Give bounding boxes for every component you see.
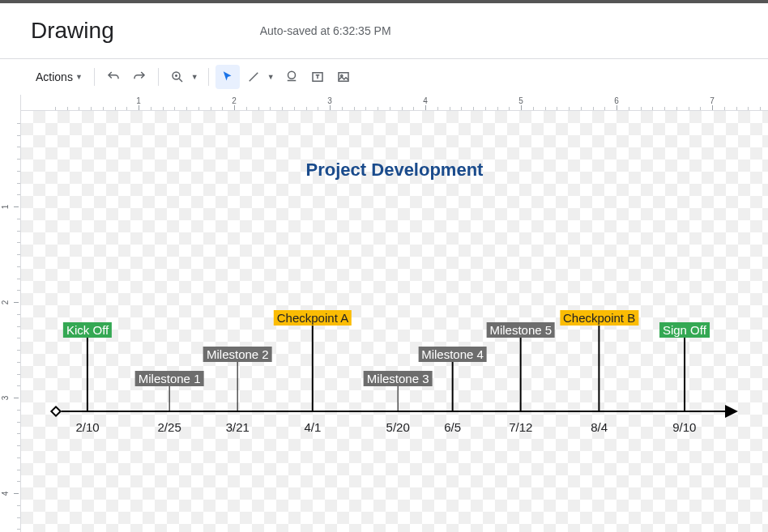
ruler-label: 1 bbox=[136, 96, 141, 105]
ruler-tick-minor bbox=[17, 183, 20, 184]
ruler-label: 7 bbox=[710, 96, 715, 105]
shape-tool[interactable] bbox=[279, 65, 304, 89]
ruler-tick-minor bbox=[17, 135, 20, 136]
undo-button[interactable] bbox=[101, 65, 126, 89]
ruler-tick-minor bbox=[17, 529, 20, 530]
event-label: Milestone 4 bbox=[418, 347, 487, 362]
ruler-tick-minor bbox=[17, 385, 20, 386]
ruler-tick-minor bbox=[17, 410, 20, 411]
ruler-tick-minor bbox=[258, 107, 259, 110]
ruler-tick-minor bbox=[17, 147, 20, 147]
drawing-canvas[interactable]: Project Development Kick Off2/10Mileston… bbox=[21, 111, 768, 532]
timeline-start-marker bbox=[50, 406, 62, 417]
ruler-tick-minor bbox=[689, 107, 689, 110]
timeline-line bbox=[53, 411, 736, 412]
ruler-tick-minor bbox=[664, 107, 665, 110]
ruler-tick-major: 3 bbox=[2, 398, 19, 398]
line-icon bbox=[246, 70, 261, 84]
event-stem bbox=[237, 362, 239, 411]
ruler-tick-minor bbox=[641, 107, 642, 110]
ruler-tick-minor bbox=[186, 107, 187, 110]
event-date: 7/12 bbox=[509, 420, 532, 434]
event-label: Checkpoint B bbox=[560, 310, 638, 326]
event-date: 6/5 bbox=[444, 420, 461, 434]
ruler-tick-minor bbox=[55, 107, 56, 110]
ruler-tick-minor bbox=[17, 445, 20, 446]
image-tool[interactable] bbox=[331, 65, 356, 89]
ruler-tick-minor bbox=[126, 107, 127, 110]
textbox-icon bbox=[310, 70, 325, 84]
ruler-tick-minor bbox=[604, 107, 605, 110]
divider bbox=[94, 68, 95, 86]
ruler-tick-major: 1 bbox=[2, 206, 19, 207]
ruler-tick-minor bbox=[581, 107, 582, 110]
actions-menu[interactable]: Actions ▼ bbox=[31, 67, 87, 87]
timeline-event[interactable]: Milestone 4 bbox=[418, 347, 487, 411]
ruler-tick-minor bbox=[163, 107, 164, 110]
timeline-event[interactable]: Sign Off bbox=[659, 322, 710, 411]
ruler-tick-minor bbox=[222, 107, 223, 110]
ruler-tick-minor bbox=[450, 107, 450, 110]
ruler-tick-minor bbox=[593, 107, 594, 110]
image-icon bbox=[336, 70, 351, 84]
ruler-tick-minor bbox=[17, 505, 20, 506]
ruler-label: 3 bbox=[327, 96, 332, 105]
textbox-tool[interactable] bbox=[305, 65, 330, 89]
ruler-tick-minor bbox=[17, 254, 20, 255]
zoom-dropdown[interactable]: ▼ bbox=[191, 73, 198, 81]
autosave-status: Auto-saved at 6:32:35 PM bbox=[260, 24, 391, 37]
event-stem bbox=[397, 386, 399, 411]
zoom-button[interactable] bbox=[165, 65, 190, 89]
ruler-tick-minor bbox=[461, 107, 462, 110]
event-label: Milestone 5 bbox=[486, 322, 555, 338]
ruler-tick-minor bbox=[17, 266, 20, 267]
ruler-tick-minor bbox=[17, 171, 20, 172]
ruler-tick-minor bbox=[17, 326, 20, 327]
drawing-title[interactable]: Project Development bbox=[306, 160, 484, 181]
zoom-icon bbox=[170, 70, 185, 84]
workspace: 1234 1234567 Project Development Kick Of… bbox=[0, 95, 768, 532]
timeline-event[interactable]: Milestone 2 bbox=[203, 347, 272, 411]
vertical-ruler: 1234 bbox=[0, 95, 21, 532]
event-date: 2/25 bbox=[158, 420, 181, 434]
ruler-tick-minor bbox=[365, 107, 366, 110]
ruler-tick-minor bbox=[294, 107, 295, 110]
ruler-tick-minor bbox=[17, 279, 20, 279]
svg-line-1 bbox=[179, 79, 182, 82]
timeline-event[interactable]: Milestone 1 bbox=[135, 371, 204, 411]
ruler-tick-minor bbox=[378, 107, 378, 110]
ruler-label: 5 bbox=[518, 96, 523, 105]
event-label: Kick Off bbox=[63, 322, 112, 338]
ruler-label: 2 bbox=[232, 96, 237, 105]
event-stem bbox=[312, 326, 314, 411]
event-label: Milestone 1 bbox=[135, 371, 204, 386]
ruler-tick-minor bbox=[748, 107, 749, 110]
timeline-event[interactable]: Checkpoint A bbox=[274, 310, 352, 411]
ruler-tick-minor bbox=[17, 159, 20, 160]
event-label: Sign Off bbox=[659, 322, 710, 338]
ruler-tick-minor bbox=[652, 107, 653, 110]
ruler-tick-minor bbox=[17, 242, 20, 243]
ruler-tick-minor bbox=[736, 107, 737, 110]
redo-button[interactable] bbox=[127, 65, 151, 89]
timeline[interactable]: Kick Off2/10Milestone 12/25Milestone 23/… bbox=[53, 411, 736, 412]
ruler-tick-minor bbox=[17, 350, 20, 351]
undo-icon bbox=[106, 70, 121, 84]
line-tool[interactable] bbox=[241, 65, 266, 89]
ruler-tick-minor bbox=[306, 107, 307, 110]
ruler-tick-minor bbox=[390, 107, 390, 110]
ruler-label: 3 bbox=[1, 396, 10, 401]
select-tool[interactable] bbox=[215, 65, 240, 89]
ruler-tick-minor bbox=[17, 458, 20, 458]
ruler-label: 4 bbox=[423, 96, 428, 105]
ruler-tick-minor bbox=[473, 107, 474, 110]
ruler-tick-minor bbox=[545, 107, 546, 110]
svg-rect-10 bbox=[339, 73, 348, 82]
line-dropdown[interactable]: ▼ bbox=[267, 73, 275, 81]
timeline-event[interactable]: Milestone 5 bbox=[486, 322, 555, 411]
timeline-event[interactable]: Kick Off bbox=[63, 322, 112, 411]
ruler-tick-minor bbox=[17, 123, 20, 124]
svg-point-5 bbox=[288, 71, 295, 79]
timeline-event[interactable]: Checkpoint B bbox=[560, 310, 638, 411]
ruler-tick-minor bbox=[724, 107, 725, 110]
